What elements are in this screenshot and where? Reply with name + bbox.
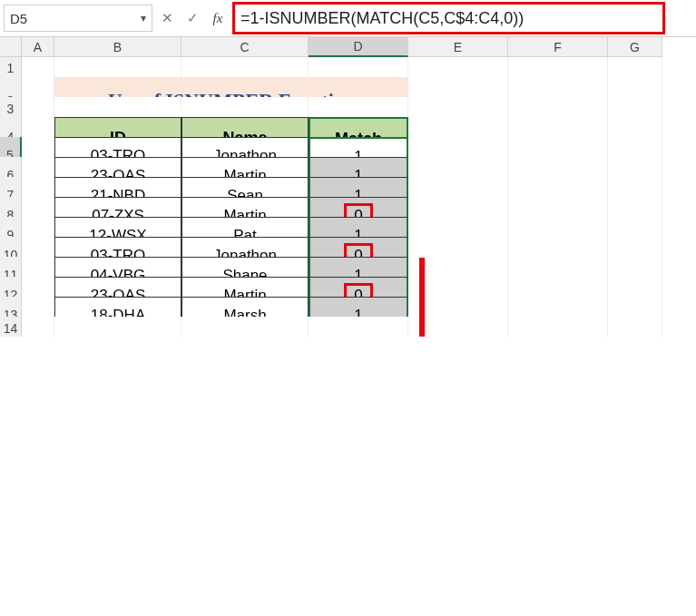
col-header-F[interactable]: F [508,37,608,57]
name-box[interactable]: D5 ▾ [4,5,152,32]
col-header-C[interactable]: C [181,37,309,57]
col-header-B[interactable]: B [54,37,181,57]
cell-F14[interactable] [508,317,608,337]
cell-B14[interactable] [54,317,181,337]
cell-G14[interactable] [608,317,662,337]
spreadsheet-grid[interactable]: + ▦ exceldemy ABCDEFG12Use of ISNUMBER F… [0,37,696,337]
cell-D14[interactable] [309,317,408,337]
col-header-D[interactable]: D [309,37,408,57]
enter-icon[interactable]: ✓ [181,7,203,29]
cancel-icon[interactable]: ✕ [156,7,178,29]
cell-C14[interactable] [181,317,309,337]
select-all-corner[interactable] [0,37,22,57]
formula-bar-row: D5 ▾ ✕ ✓ fx =1-ISNUMBER(MATCH(C5,C$4:C4,… [0,0,696,37]
col-header-G[interactable]: G [608,37,662,57]
name-box-value: D5 [10,11,141,26]
cell-A14[interactable] [22,317,54,337]
col-header-E[interactable]: E [408,37,508,57]
chevron-down-icon[interactable]: ▾ [141,12,146,24]
formula-text: =1-ISNUMBER(MATCH(C5,C$4:C4,0)) [240,9,524,28]
col-header-A[interactable]: A [22,37,54,57]
row-header-14[interactable]: 14 [0,317,22,337]
fx-icon[interactable]: fx [207,7,229,29]
formula-input[interactable]: =1-ISNUMBER(MATCH(C5,C$4:C4,0)) [232,2,665,34]
fill-down-arrow [419,258,425,337]
